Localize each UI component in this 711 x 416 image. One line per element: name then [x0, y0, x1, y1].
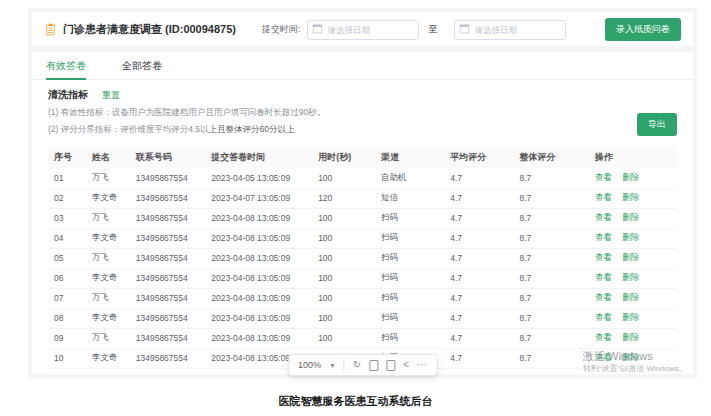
cell-actions: 查看 删除 — [589, 228, 677, 248]
cell-overall-score: 8.7 — [513, 208, 588, 228]
cell-actions: 查看 删除 — [589, 288, 677, 308]
cell-name: 万飞 — [86, 248, 130, 268]
cell-avg-score: 4.7 — [444, 288, 513, 308]
submit-time-label: 提交时间: — [262, 23, 301, 36]
chevron-down-icon[interactable]: ▼ — [329, 362, 336, 369]
cell-duration: 120 — [312, 188, 375, 208]
cell-index: 05 — [48, 248, 86, 268]
view-link[interactable]: 查看 — [595, 212, 612, 222]
cell-phone: 13495867554 — [130, 348, 205, 368]
table-body: 01 万飞 13495867554 2023-04-05 13:05:09 10… — [48, 168, 677, 368]
column-header: 姓名 — [86, 146, 130, 168]
windows-activation-watermark: 激活 Windows 转到“设置”以激活 Windows。 — [583, 349, 687, 374]
cell-submit-time: 2023-04-08 13:05:09 — [205, 268, 312, 288]
delete-link[interactable]: 删除 — [622, 332, 639, 342]
cell-submit-time: 2023-04-08 13:05:09 — [205, 228, 312, 248]
tab-valid-responses[interactable]: 有效答卷 — [46, 52, 86, 79]
column-header: 用时(秒) — [312, 146, 375, 168]
cell-name: 万飞 — [86, 288, 130, 308]
cell-channel: 扫码 — [375, 228, 444, 248]
view-link[interactable]: 查看 — [595, 252, 612, 262]
cell-avg-score: 4.7 — [444, 328, 513, 348]
view-link[interactable]: 查看 — [595, 232, 612, 242]
view-link[interactable]: 查看 — [595, 192, 612, 202]
cell-phone: 13495867554 — [130, 228, 205, 248]
delete-link[interactable]: 删除 — [622, 272, 639, 282]
cell-phone: 13495867554 — [130, 168, 205, 188]
delete-link[interactable]: 删除 — [622, 312, 639, 322]
date-end-input[interactable] — [454, 20, 566, 40]
cell-duration: 100 — [312, 248, 375, 268]
cell-name: 李文奇 — [86, 228, 130, 248]
image-caption: 医院智慧服务医患互动系统后台 — [0, 394, 711, 409]
cell-name: 万飞 — [86, 328, 130, 348]
cell-submit-time: 2023-04-08 13:05:09 — [205, 308, 312, 328]
cell-overall-score: 8.7 — [513, 328, 588, 348]
cell-overall-score: 8.7 — [513, 308, 588, 328]
export-button[interactable]: 导出 — [637, 113, 677, 136]
reset-link[interactable]: 重置 — [102, 89, 120, 102]
table-row: 03 万飞 13495867554 2023-04-08 13:05:09 10… — [48, 208, 677, 228]
cell-phone: 13495867554 — [130, 328, 205, 348]
page-icon[interactable] — [369, 360, 378, 371]
tab-all-responses[interactable]: 全部答卷 — [122, 52, 162, 79]
view-link[interactable]: 查看 — [595, 292, 612, 302]
cell-name: 万飞 — [86, 168, 130, 188]
page-title: 门诊患者满意度调查 (ID:00094875) — [63, 22, 236, 37]
view-link[interactable]: 查看 — [595, 172, 612, 182]
view-link[interactable]: 查看 — [595, 332, 612, 342]
column-header: 序号 — [48, 146, 86, 168]
date-start-input[interactable] — [307, 20, 419, 40]
cell-duration: 100 — [312, 168, 375, 188]
cell-index: 08 — [48, 308, 86, 328]
delete-link[interactable]: 删除 — [622, 232, 639, 242]
cell-phone: 13495867554 — [130, 268, 205, 288]
app-window: 门诊患者满意度调查 (ID:00094875) 提交时间: 至 录入纸质问卷 有 — [28, 8, 697, 378]
delete-link[interactable]: 删除 — [622, 172, 639, 182]
cell-name: 万飞 — [86, 208, 130, 228]
enter-paper-survey-button[interactable]: 录入纸质问卷 — [605, 18, 681, 41]
column-header: 渠道 — [375, 146, 444, 168]
view-link[interactable]: 查看 — [595, 272, 612, 282]
cell-submit-time: 2023-04-07 13:05:09 — [205, 188, 312, 208]
cell-actions: 查看 删除 — [589, 248, 677, 268]
main-panel: 有效答卷 全部答卷 清洗指标 重置 (1) 有效性指标：设备用户为医院建档用户且… — [32, 52, 693, 374]
cell-duration: 100 — [312, 308, 375, 328]
cell-overall-score: 8.7 — [513, 168, 588, 188]
cell-avg-score: 4.7 — [444, 228, 513, 248]
watermark-line-1: 激活 Windows — [583, 349, 687, 363]
cell-actions: 查看 删除 — [589, 268, 677, 288]
cell-overall-score: 8.7 — [513, 288, 588, 308]
cleaning-criteria-section: 清洗指标 重置 (1) 有效性指标：设备用户为医院建档用户且用户填写问卷时长超过… — [32, 80, 693, 140]
cell-index: 10 — [48, 348, 86, 368]
column-header: 提交答卷时间 — [205, 146, 312, 168]
cell-avg-score: 4.7 — [444, 348, 513, 368]
cell-avg-score: 4.7 — [444, 248, 513, 268]
cell-submit-time: 2023-04-08 13:05:09 — [205, 288, 312, 308]
delete-link[interactable]: 删除 — [622, 252, 639, 262]
document-icon[interactable] — [386, 360, 395, 371]
cell-phone: 13495867554 — [130, 188, 205, 208]
cell-actions: 查看 删除 — [589, 208, 677, 228]
more-icon[interactable]: ··· — [417, 360, 427, 370]
cell-name: 李文奇 — [86, 348, 130, 368]
cell-channel: 扫码 — [375, 288, 444, 308]
survey-doc-icon — [44, 23, 57, 36]
cell-actions: 查看 删除 — [589, 308, 677, 328]
cell-channel: 扫码 — [375, 268, 444, 288]
table-row: 06 李文奇 13495867554 2023-04-08 13:05:09 1… — [48, 268, 677, 288]
toolbar-divider — [344, 359, 345, 371]
refresh-icon[interactable]: ↻ — [353, 360, 361, 370]
view-link[interactable]: 查看 — [595, 312, 612, 322]
delete-link[interactable]: 删除 — [622, 192, 639, 202]
cell-phone: 13495867554 — [130, 308, 205, 328]
delete-link[interactable]: 删除 — [622, 292, 639, 302]
delete-link[interactable]: 删除 — [622, 212, 639, 222]
cell-channel: 扫码 — [375, 248, 444, 268]
cell-index: 09 — [48, 328, 86, 348]
share-icon[interactable]: < — [403, 360, 409, 370]
column-header: 平均评分 — [444, 146, 513, 168]
criteria-line-1: (1) 有效性指标：设备用户为医院建档用户且用户填写问卷时长超过90秒。 — [48, 107, 677, 119]
cell-submit-time: 2023-04-08 13:05:09 — [205, 328, 312, 348]
zoom-level[interactable]: 100% — [298, 360, 321, 370]
